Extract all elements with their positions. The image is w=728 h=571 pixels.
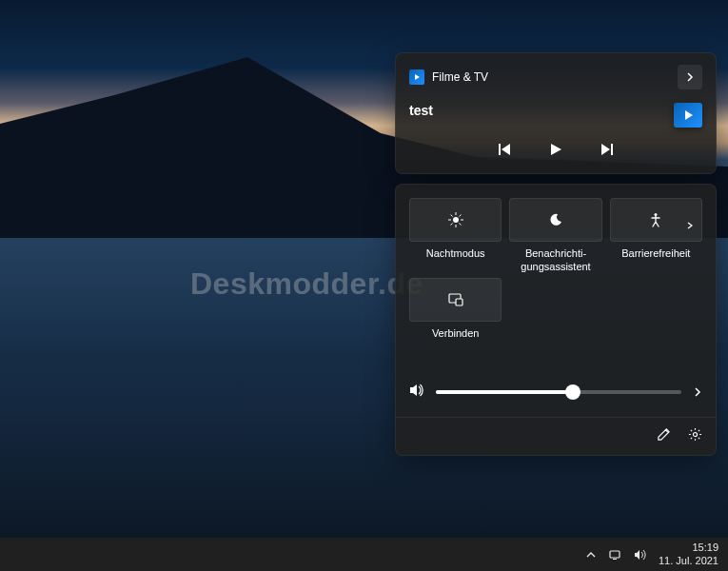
focus-assist-label: Benachrichti- gungsassistent	[521, 247, 590, 274]
volume-expand-button[interactable]	[693, 384, 702, 401]
media-app-icon	[409, 69, 424, 85]
taskbar-date: 11. Jul. 2021	[659, 555, 718, 567]
quick-settings-panel: Nachtmodus Benachrichti- gungsassistent …	[395, 184, 717, 456]
settings-button[interactable]	[688, 427, 702, 445]
svg-line-11	[450, 215, 452, 217]
svg-marker-2	[502, 144, 510, 155]
media-body: test	[409, 103, 702, 128]
volume-fill	[436, 390, 573, 394]
cast-icon	[448, 292, 463, 307]
tile-connect: Verbinden	[409, 278, 502, 354]
speaker-icon[interactable]	[409, 383, 424, 402]
tile-night-mode: Nachtmodus	[409, 198, 502, 274]
tile-accessibility: Barrierefreiheit	[610, 198, 702, 274]
media-controls	[409, 143, 702, 160]
gear-icon	[688, 427, 702, 442]
next-track-button[interactable]	[600, 143, 614, 156]
volume-row	[409, 383, 702, 402]
media-header: Filme & TV	[409, 65, 702, 89]
tray-volume-icon[interactable]	[634, 548, 647, 561]
svg-line-12	[459, 224, 461, 226]
accessibility-icon	[648, 212, 663, 227]
watermark-text: Deskmodder.de	[190, 266, 423, 302]
brightness-icon	[448, 212, 463, 227]
focus-assist-button[interactable]	[509, 198, 601, 242]
play-button[interactable]	[549, 143, 562, 156]
taskbar: 15:19 11. Jul. 2021	[0, 538, 728, 571]
moon-icon	[548, 212, 563, 227]
system-tray	[584, 548, 647, 561]
svg-line-14	[459, 215, 461, 217]
taskbar-clock[interactable]: 15:19 11. Jul. 2021	[659, 541, 718, 566]
accessibility-button[interactable]	[610, 198, 702, 242]
tile-focus-assist: Benachrichti- gungsassistent	[509, 198, 601, 274]
connect-label: Verbinden	[432, 327, 480, 354]
svg-line-13	[450, 224, 452, 226]
svg-rect-4	[611, 144, 613, 155]
svg-point-19	[693, 432, 697, 436]
edit-button[interactable]	[657, 427, 671, 445]
pencil-icon	[657, 427, 671, 442]
svg-rect-21	[613, 559, 617, 560]
night-mode-button[interactable]	[409, 198, 502, 242]
media-expand-button[interactable]	[678, 65, 702, 89]
svg-rect-17	[456, 299, 462, 305]
media-title: test	[409, 103, 433, 118]
quick-settings-footer	[396, 417, 716, 455]
media-thumbnail	[674, 103, 702, 128]
media-app-name: Filme & TV	[432, 70, 670, 84]
svg-marker-3	[551, 144, 561, 155]
svg-point-6	[453, 217, 459, 223]
accessibility-label: Barrierefreiheit	[621, 247, 690, 274]
svg-marker-22	[635, 550, 639, 560]
tray-overflow-button[interactable]	[584, 548, 598, 561]
chevron-right-icon	[686, 216, 694, 224]
svg-rect-20	[610, 551, 620, 558]
connect-button[interactable]	[409, 278, 502, 322]
svg-rect-1	[499, 144, 501, 155]
tray-network-icon[interactable]	[609, 548, 622, 561]
media-panel: Filme & TV test	[395, 52, 717, 174]
volume-thumb[interactable]	[565, 384, 580, 400]
night-mode-label: Nachtmodus	[426, 247, 485, 274]
previous-track-button[interactable]	[498, 143, 511, 156]
volume-slider[interactable]	[436, 390, 681, 394]
svg-marker-18	[410, 384, 417, 396]
taskbar-time: 15:19	[659, 541, 718, 554]
svg-marker-5	[601, 144, 610, 155]
